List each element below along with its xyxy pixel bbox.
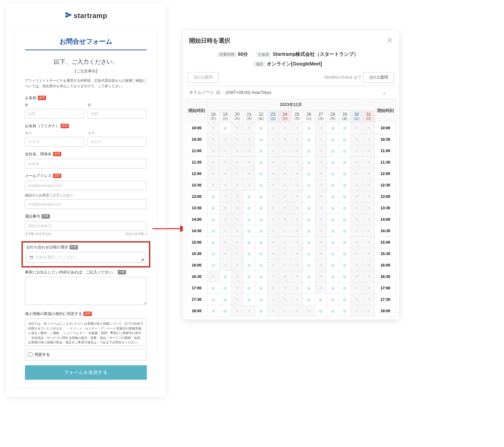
slot-available[interactable]: ◎ [255,122,267,134]
slot-available[interactable]: ◎ [255,260,267,271]
prev-weeks-button[interactable]: 前の2週間 [188,72,219,83]
close-icon[interactable]: ✕ [387,36,393,45]
slot-available[interactable]: ◎ [207,248,220,260]
slot-available[interactable]: ◎ [303,157,315,168]
slot-available[interactable]: ◎ [207,214,220,225]
slot-available[interactable]: ◎ [255,237,267,248]
slot-available[interactable]: ◎ [339,157,351,168]
slot-available[interactable]: ◎ [255,271,267,282]
timezone-select[interactable]: タイムゾーン ? : (GMT+09:00) Asia/Tokyo ⌄ [186,86,396,99]
slot-available[interactable]: ◎ [255,191,267,202]
slot-available[interactable]: ◎ [219,305,231,317]
slot-available[interactable]: ◎ [339,191,351,202]
slot-available[interactable]: ◎ [339,214,351,225]
slot-available[interactable]: ◎ [255,294,267,305]
slot-available[interactable]: ◎ [327,260,339,271]
lastname-kana-input[interactable] [25,137,84,147]
slot-available[interactable]: ◎ [339,168,351,179]
slot-available[interactable]: ◎ [327,282,339,294]
slot-available[interactable]: ◎ [207,225,220,237]
slot-available[interactable]: ◎ [255,157,267,168]
slot-available[interactable]: ◎ [243,271,255,282]
slot-available[interactable]: ◎ [339,202,351,214]
slot-available[interactable]: ◎ [207,191,220,202]
slot-available[interactable]: ◎ [339,282,351,294]
slot-available[interactable]: ◎ [219,271,231,282]
slot-available[interactable]: ◎ [339,294,351,305]
slot-available[interactable]: ◎ [255,225,267,237]
slot-available[interactable]: ◎ [255,202,267,214]
slot-available[interactable]: ◎ [219,282,231,294]
slot-available[interactable]: ◎ [255,134,267,145]
slot-available[interactable]: ◎ [327,225,339,237]
slot-available[interactable]: ◎ [339,179,351,191]
privacy-text[interactable]: 当社では、本フォームにご入力いただくお客様の個人情報について、以下の目的で利用さ… [25,318,147,346]
company-input[interactable] [25,159,147,168]
slot-available[interactable]: ◎ [207,202,220,214]
slot-available[interactable]: ◎ [303,237,315,248]
slot-available[interactable]: ◎ [303,214,315,225]
email-input[interactable] [25,181,147,190]
slot-available[interactable]: ◎ [207,282,220,294]
slot-available[interactable]: ◎ [303,122,315,134]
slot-available[interactable]: ◎ [327,179,339,191]
agree-row[interactable]: 同意する [25,349,147,360]
slot-available[interactable]: ◎ [303,294,315,305]
slot-available[interactable]: ◎ [207,260,220,271]
slot-available[interactable]: ◎ [255,168,267,179]
slot-available[interactable]: ◎ [339,122,351,134]
slot-available[interactable]: ◎ [327,134,339,145]
slot-available[interactable]: ◎ [243,237,255,248]
slot-available[interactable]: ◎ [243,202,255,214]
slot-available[interactable]: ◎ [303,134,315,145]
slot-available[interactable]: ◎ [243,225,255,237]
slot-available[interactable]: ◎ [315,294,327,305]
slot-available[interactable]: ◎ [327,271,339,282]
slot-available[interactable]: ◎ [327,191,339,202]
slot-available[interactable]: ◎ [303,282,315,294]
date-picker-input[interactable]: 日程を選択してください [26,252,145,263]
slot-available[interactable]: ◎ [207,305,220,317]
slot-available[interactable]: ◎ [339,237,351,248]
slot-available[interactable]: ◎ [255,282,267,294]
slot-available[interactable]: ◎ [243,282,255,294]
tel-input[interactable] [25,221,147,231]
message-textarea[interactable] [25,277,147,305]
slot-available[interactable]: ◎ [255,214,267,225]
slot-available[interactable]: ◎ [327,202,339,214]
slot-available[interactable]: ◎ [303,168,315,179]
slot-available[interactable]: ◎ [327,305,339,317]
slot-available[interactable]: ◎ [339,271,351,282]
slot-available[interactable]: ◎ [255,179,267,191]
slot-available[interactable]: ◎ [255,248,267,260]
slot-available[interactable]: ◎ [303,260,315,271]
slot-available[interactable]: ◎ [219,294,231,305]
slot-available[interactable]: ◎ [315,305,327,317]
slot-available[interactable]: ◎ [243,260,255,271]
slot-available[interactable]: ◎ [339,134,351,145]
firstname-kana-input[interactable] [88,137,147,147]
slot-available[interactable]: ◎ [303,191,315,202]
slot-available[interactable]: ◎ [255,305,267,317]
next-weeks-button[interactable]: 次の2週間 [363,72,394,83]
slot-available[interactable]: ◎ [327,237,339,248]
slot-available[interactable]: ◎ [243,294,255,305]
slot-available[interactable]: ◎ [243,248,255,260]
slot-available[interactable]: ◎ [207,294,220,305]
slot-available[interactable]: ◎ [339,248,351,260]
firstname-input[interactable] [88,109,147,119]
lastname-input[interactable] [25,109,84,119]
slot-available[interactable]: ◎ [339,225,351,237]
slot-available[interactable]: ◎ [339,145,351,157]
slot-available[interactable]: ◎ [303,248,315,260]
slot-available[interactable]: ◎ [327,122,339,134]
slot-available[interactable]: ◎ [327,145,339,157]
slot-available[interactable]: ◎ [303,179,315,191]
slot-available[interactable]: ◎ [219,122,231,134]
slot-available[interactable]: ◎ [327,214,339,225]
slot-available[interactable]: ◎ [303,271,315,282]
agree-checkbox[interactable] [28,352,33,357]
submit-button[interactable]: フォームを送信する [25,365,147,380]
slot-available[interactable]: ◎ [303,202,315,214]
slot-available[interactable]: ◎ [303,145,315,157]
